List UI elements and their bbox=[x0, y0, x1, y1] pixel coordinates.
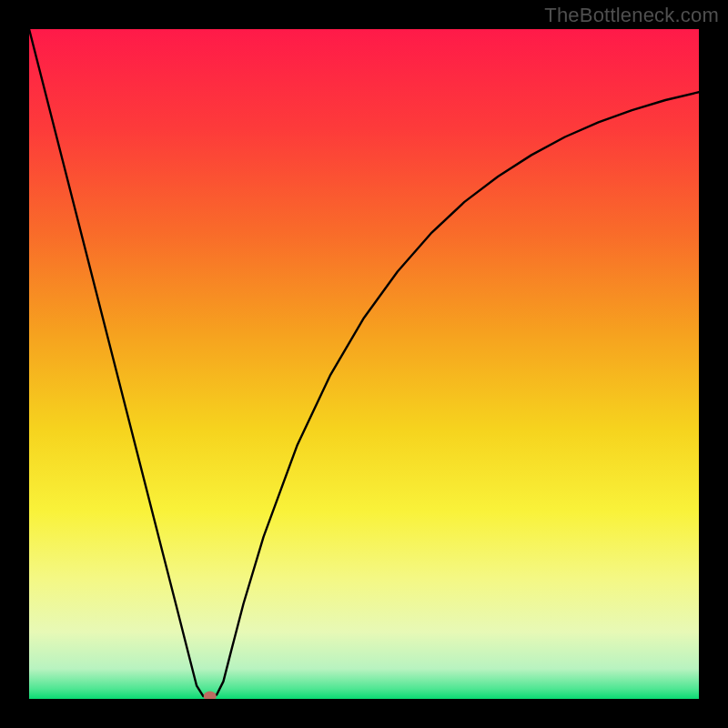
chart-frame: TheBottleneck.com bbox=[0, 0, 728, 728]
chart-svg bbox=[29, 29, 699, 699]
gradient-background bbox=[29, 29, 699, 699]
watermark-text: TheBottleneck.com bbox=[544, 4, 719, 27]
plot-area bbox=[29, 29, 699, 699]
